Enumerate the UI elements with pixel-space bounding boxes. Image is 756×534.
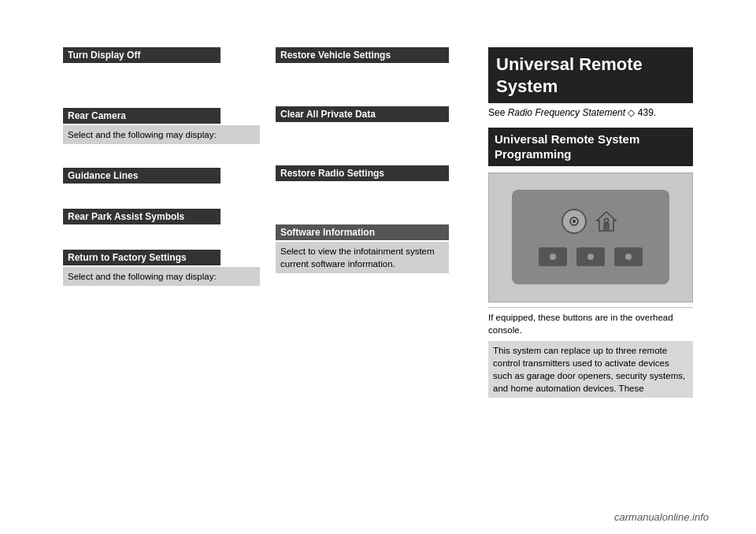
- clear-private-block: Clear All Private Data: [276, 106, 465, 122]
- restore-radio-header: Restore Radio Settings: [276, 165, 449, 181]
- remote-btn-2: [576, 247, 605, 266]
- radio-freq-text: See Radio Frequency Statement ◇ 439.: [488, 106, 693, 120]
- return-factory-block: Return to Factory Settings Select and th…: [63, 250, 260, 286]
- house-icon: [593, 208, 620, 235]
- software-info-block: Software Information Select to view the …: [276, 224, 465, 273]
- restore-vehicle-block: Restore Vehicle Settings: [276, 47, 465, 63]
- watermark: carmanualonline.info: [614, 511, 709, 523]
- middle-column: Restore Vehicle Settings Clear All Priva…: [268, 47, 472, 502]
- return-factory-subtext: Select and the following may display:: [63, 267, 260, 286]
- subheading: Universal Remote System Programming: [488, 128, 693, 166]
- remote-icons-row: [561, 208, 620, 235]
- main-title: Universal Remote System: [488, 47, 693, 103]
- guidance-lines-header: Guidance Lines: [63, 168, 220, 184]
- restore-vehicle-header: Restore Vehicle Settings: [276, 47, 449, 63]
- remote-btn-3: [614, 247, 643, 266]
- left-column: Turn Display Off Rear Camera Select and …: [63, 47, 268, 502]
- remote-dot-2: [587, 254, 594, 260]
- svg-rect-3: [603, 223, 610, 231]
- remote-device: [512, 190, 669, 284]
- restore-radio-block: Restore Radio Settings: [276, 165, 465, 181]
- return-factory-header: Return to Factory Settings: [63, 250, 220, 265]
- radio-freq-italic: Radio Frequency Statement: [508, 107, 625, 118]
- rear-park-assist-header: Rear Park Assist Symbols: [63, 209, 220, 224]
- remote-dot-1: [550, 254, 556, 260]
- remote-image: [488, 172, 693, 302]
- right-column: Universal Remote System See Radio Freque…: [472, 47, 693, 502]
- clear-private-header: Clear All Private Data: [276, 106, 449, 122]
- turn-display-off-block: Turn Display Off: [63, 47, 260, 65]
- page-container: Turn Display Off Rear Camera Select and …: [0, 0, 756, 534]
- remote-dot-3: [625, 254, 632, 260]
- rear-camera-header: Rear Camera: [63, 108, 220, 124]
- lock-icon: [561, 209, 587, 234]
- rear-camera-subtext: Select and the following may display:: [63, 125, 260, 144]
- guidance-lines-block: Guidance Lines: [63, 168, 260, 185]
- rear-camera-block: Rear Camera Select and the following may…: [63, 108, 260, 144]
- remote-btn-1: [539, 247, 567, 266]
- svg-point-1: [573, 220, 576, 223]
- body-text: This system can replace up to three remo…: [488, 341, 693, 398]
- remote-buttons-row: [539, 247, 643, 266]
- software-info-header: Software Information: [276, 224, 449, 240]
- turn-display-off-header: Turn Display Off: [63, 47, 220, 63]
- rear-park-assist-block: Rear Park Assist Symbols: [63, 209, 260, 226]
- caption-text: If equipped, these buttons are in the ov…: [488, 307, 693, 336]
- software-info-subtext: Select to view the infotainment system c…: [276, 242, 449, 273]
